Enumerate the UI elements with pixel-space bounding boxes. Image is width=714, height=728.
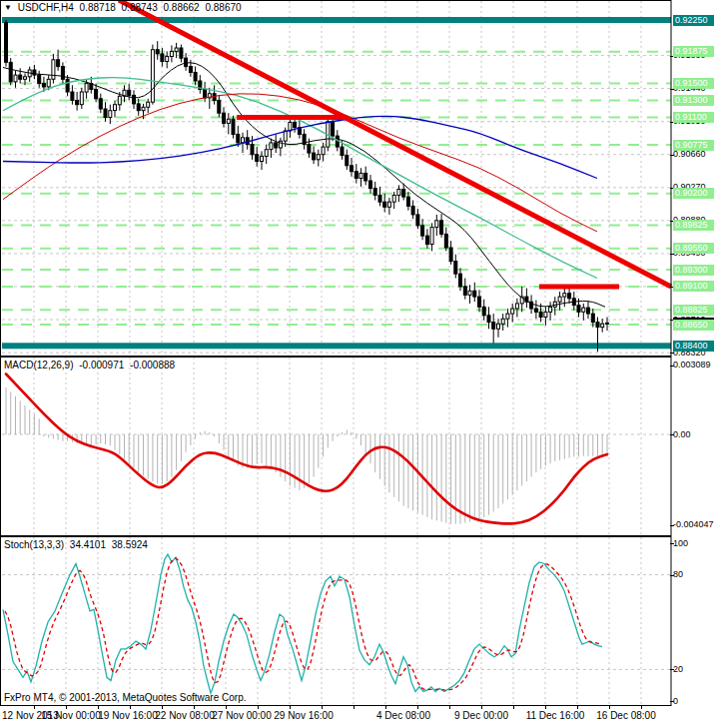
time-label: 29 Nov 16:00 [274, 710, 334, 721]
level-price-label: 0.91300 [673, 95, 714, 106]
time-axis-tick [609, 706, 610, 709]
axis-tick [670, 701, 674, 702]
time-axis-tick [641, 706, 642, 709]
mt4-chart-window: ▼ USDCHF,H4 0.88718 0.88743 0.88662 0.88… [0, 0, 714, 728]
macd-canvas[interactable] [0, 357, 714, 536]
axis-tick [670, 575, 674, 576]
ohlc-low: 0.88662 [163, 2, 199, 13]
level-price-label: 0.88650 [673, 320, 714, 331]
level-price-label: 0.91500 [673, 78, 714, 89]
stoch-tick-label: 0 [673, 696, 714, 707]
macd-tick-label: 0.00 [673, 429, 714, 440]
ma-medium-green [3, 78, 597, 279]
time-axis-tick [66, 706, 67, 709]
stoch-label: Stoch(13,3,3) [4, 539, 64, 550]
time-axis-tick [354, 706, 355, 709]
stoch-k-value: 34.4101 [70, 539, 106, 550]
level-price-label: 0.90200 [673, 188, 714, 199]
macd-header: MACD(12,26,9) -0.000971 -0.000888 [4, 360, 178, 370]
ma-slowest-blue [3, 116, 597, 178]
time-axis-tick [290, 706, 291, 709]
band-price-label: 0.92250 [673, 15, 714, 26]
ohlc-close: 0.88670 [205, 2, 241, 13]
stoch-tick-label: 20 [673, 664, 714, 675]
level-price-label: 0.90775 [673, 140, 714, 151]
time-axis-tick [513, 706, 514, 709]
axis-tick [670, 434, 674, 435]
copyright-text: FxPro MT4, © 2001-2013, MetaQuotes Softw… [4, 692, 246, 703]
time-label: 9 Dec 00:00 [454, 710, 508, 721]
time-axis-tick [226, 706, 227, 709]
time-axis-tick [449, 706, 450, 709]
axis-tick [670, 353, 674, 354]
stoch-header: Stoch(13,3,3) 34.4101 38.5924 [4, 539, 151, 550]
time-label: 22 Nov 08:00 [155, 710, 215, 721]
stoch-d-value: 38.5924 [112, 539, 148, 550]
time-axis-tick [385, 706, 386, 709]
time-label: 27 Nov 00:00 [212, 710, 272, 721]
time-axis-tick [481, 706, 482, 709]
symbol-dropdown-icon[interactable]: ▼ [4, 3, 12, 12]
axis-tick [670, 155, 674, 156]
stochastic-canvas[interactable] [0, 536, 714, 706]
axis-tick [670, 525, 674, 526]
axis-tick [670, 669, 674, 670]
time-label: 19 Nov 16:00 [98, 710, 158, 721]
level-price-label: 0.89300 [673, 265, 714, 276]
time-axis-tick [258, 706, 259, 709]
level-price-label: 0.88825 [673, 305, 714, 316]
macd-tick-label: 0.003089 [673, 360, 714, 370]
symbol-timeframe-label: USDCHF,H4 [18, 2, 74, 13]
time-axis-tick [34, 706, 35, 709]
band-price-label: 0.88400 [673, 341, 714, 352]
time-axis-tick [194, 706, 195, 709]
time-axis-tick [417, 706, 418, 709]
time-label: 15 Nov 00:00 [41, 710, 101, 721]
stoch-d-line [5, 558, 601, 690]
time-axis-tick [162, 706, 163, 709]
level-price-label: 0.89100 [673, 281, 714, 292]
time-axis-tick [130, 706, 131, 709]
price-tick-label: 0.90660 [673, 149, 714, 160]
down-trendline [119, 0, 671, 287]
level-price-label: 0.89550 [673, 243, 714, 254]
time-axis[interactable]: 12 Nov 201315 Nov 00:0019 Nov 16:0022 No… [0, 706, 714, 728]
time-axis-tick [545, 706, 546, 709]
level-price-label: 0.91100 [673, 112, 714, 123]
ohlc-open: 0.88718 [80, 2, 116, 13]
chart-header: ▼ USDCHF,H4 0.88718 0.88743 0.88662 0.88… [4, 2, 245, 13]
macd-label: MACD(12,26,9) [4, 360, 73, 370]
axis-tick [670, 543, 674, 544]
time-label: 11 Dec 16:00 [526, 710, 585, 721]
level-price-label: 0.89825 [673, 220, 714, 231]
time-label: 4 Dec 08:00 [376, 710, 430, 721]
time-label: 16 Dec 08:00 [596, 710, 656, 721]
price-chart-canvas[interactable] [0, 0, 714, 357]
macd-main-value: -0.000971 [79, 360, 124, 370]
time-axis-tick [98, 706, 99, 709]
ohlc-high: 0.88743 [122, 2, 158, 13]
time-axis-tick [322, 706, 323, 709]
stoch-tick-label: 80 [673, 569, 714, 580]
axis-tick [670, 365, 674, 366]
time-axis-tick [577, 706, 578, 709]
macd-tick-label: -0.004047 [673, 519, 714, 530]
level-price-label: 0.91875 [673, 46, 714, 57]
macd-signal-value: -0.000888 [130, 360, 175, 370]
stoch-tick-label: 100 [673, 538, 714, 549]
